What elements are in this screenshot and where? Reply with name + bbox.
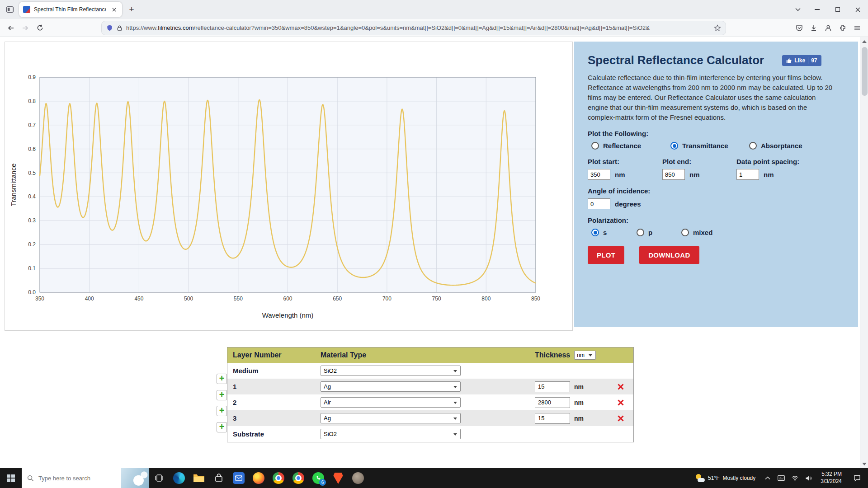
radio-reflectance[interactable]: Reflectance [591, 142, 670, 150]
delete-layer-icon[interactable] [617, 415, 624, 422]
start-button[interactable] [0, 468, 22, 488]
tab-close-icon[interactable] [110, 5, 118, 14]
url-bar[interactable]: https://www.filmetrics.com/reflectance-c… [101, 21, 726, 35]
plot-button[interactable]: PLOT [588, 246, 624, 264]
spacing-label: Data point spacing: [736, 158, 799, 165]
forward-icon[interactable] [18, 21, 33, 35]
thickness-input-layer-3[interactable] [535, 413, 570, 424]
material-select-layer-2[interactable]: Air [321, 397, 461, 408]
taskbar-clock[interactable]: 5:32 PM 3/3/2024 [821, 471, 842, 485]
page-description: Calculate reflectance due to thin-film i… [588, 73, 834, 122]
angle-input[interactable] [588, 198, 610, 209]
task-view-icon[interactable] [149, 468, 169, 488]
toolbar-right-icons [792, 21, 864, 35]
add-layer-button[interactable]: + [217, 422, 227, 432]
angle-label: Angle of incidence: [588, 187, 844, 195]
scroll-down-icon[interactable] [860, 460, 868, 468]
row-label: Medium [233, 367, 321, 375]
svg-text:0.5: 0.5 [28, 170, 36, 176]
delete-layer-icon[interactable] [617, 399, 624, 406]
extensions-icon[interactable] [835, 21, 850, 35]
page-scrollbar[interactable] [860, 37, 868, 468]
chrome-icon-2[interactable] [288, 468, 308, 488]
tab-title: Spectral Thin Film Reflectance Calculato… [34, 6, 106, 13]
reload-icon[interactable] [33, 21, 47, 35]
window-minimize-button[interactable] [807, 0, 827, 19]
plot-start-input[interactable] [588, 169, 610, 180]
chevron-up-icon[interactable] [762, 476, 774, 480]
edge-icon[interactable] [169, 468, 189, 488]
lock-icon[interactable] [117, 25, 123, 31]
polarization-radio-group: s p mixed [588, 229, 844, 236]
clock-date: 3/3/2024 [821, 478, 842, 485]
radio-absorptance[interactable]: Absorptance [749, 142, 802, 150]
window-maximize-button[interactable] [827, 0, 848, 19]
search-highlight-image[interactable] [121, 468, 149, 488]
store-icon[interactable] [209, 468, 229, 488]
row-label: 3 [233, 414, 321, 422]
chrome-icon[interactable] [269, 468, 288, 488]
window-close-button[interactable] [848, 0, 868, 19]
bookmark-star-icon[interactable] [714, 24, 721, 32]
shield-icon[interactable] [106, 24, 113, 32]
download-button[interactable]: DOWNLOAD [639, 246, 699, 264]
gimp-icon[interactable] [348, 468, 368, 488]
mail-icon[interactable] [229, 468, 249, 488]
radio-icon [637, 229, 644, 236]
scroll-up-icon[interactable] [860, 37, 868, 45]
add-layer-button[interactable]: + [217, 390, 227, 400]
thickness-input-layer-2[interactable] [535, 397, 570, 408]
taskbar-weather[interactable]: 51°F Mostly cloudy [695, 474, 755, 482]
radio-mixed-polarization[interactable]: mixed [681, 229, 712, 236]
radio-transmittance[interactable]: Transmittance [670, 142, 749, 150]
taskbar-search-box[interactable] [22, 468, 149, 488]
material-select-medium[interactable]: SiO2 [321, 366, 461, 376]
thickness-input-layer-1[interactable] [535, 381, 570, 392]
plot-end-input[interactable] [662, 169, 685, 180]
add-layer-button[interactable]: + [217, 374, 227, 384]
weather-temp: 51°F [708, 475, 719, 481]
svg-text:0.3: 0.3 [28, 217, 36, 224]
firefox-view-icon[interactable] [3, 2, 17, 17]
facebook-like-button[interactable]: Like 97 [782, 55, 821, 66]
svg-text:350: 350 [35, 296, 44, 302]
menu-icon[interactable] [850, 21, 864, 35]
pocket-icon[interactable] [792, 21, 807, 35]
svg-text:0.7: 0.7 [28, 122, 36, 128]
browser-tab[interactable]: Spectral Thin Film Reflectance Calculato… [19, 2, 122, 17]
plot-start-unit: nm [615, 171, 625, 178]
volume-icon[interactable] [802, 475, 814, 481]
calculator-panel: Spectral Reflectance Calculator Like 97 … [574, 42, 858, 327]
new-tab-button[interactable]: + [125, 3, 138, 16]
plot-following-label: Plot the Following: [588, 130, 844, 137]
thickness-unit-select[interactable]: nm [574, 351, 596, 360]
radio-label: mixed [693, 229, 712, 236]
firefox-icon[interactable] [249, 468, 269, 488]
network-icon[interactable] [789, 475, 801, 481]
scrollbar-thumb[interactable] [862, 47, 868, 96]
table-row-substrate: Substrate SiO2 [227, 426, 633, 442]
file-explorer-icon[interactable] [189, 468, 209, 488]
radio-s-polarization[interactable]: s [591, 229, 637, 236]
radio-icon [749, 142, 757, 150]
material-select-layer-1[interactable]: Ag [321, 381, 461, 392]
back-icon[interactable] [4, 21, 18, 35]
chart-panel: 3504004505005506006507007508008500.00.10… [5, 42, 573, 331]
plot-end-unit: nm [689, 171, 700, 178]
list-tabs-chevron-icon[interactable] [789, 0, 807, 19]
action-center-icon[interactable] [848, 474, 866, 482]
account-icon[interactable] [821, 21, 835, 35]
material-select-substrate[interactable]: SiO2 [321, 429, 461, 439]
brave-icon[interactable] [328, 468, 348, 488]
page-content: 3504004505005506006507007508008500.00.10… [0, 37, 868, 468]
spacing-input[interactable] [736, 169, 759, 180]
whatsapp-icon[interactable]: 6 [308, 468, 328, 488]
material-select-layer-3[interactable]: Ag [321, 413, 461, 423]
downloads-icon[interactable] [807, 21, 821, 35]
touch-keyboard-icon[interactable] [775, 475, 787, 481]
add-layer-button[interactable]: + [217, 406, 227, 416]
radio-p-polarization[interactable]: p [637, 229, 681, 236]
search-input[interactable] [38, 475, 111, 482]
header-material-type: Material Type [321, 351, 535, 359]
delete-layer-icon[interactable] [617, 383, 624, 390]
